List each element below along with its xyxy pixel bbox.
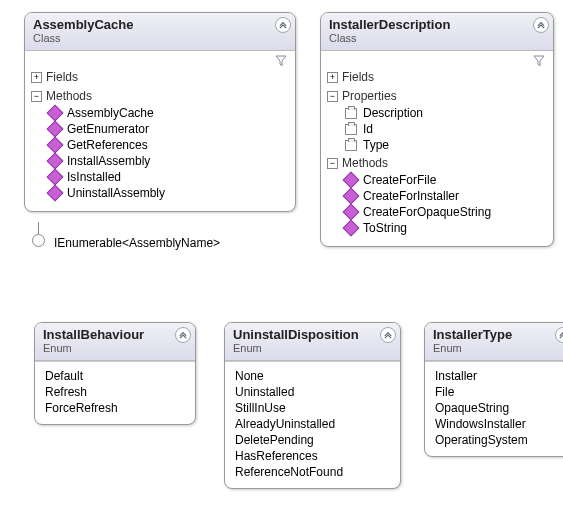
collapse-icon[interactable]: [275, 17, 291, 33]
method-item[interactable]: GetReferences: [49, 138, 289, 152]
class-title: AssemblyCache: [33, 17, 287, 32]
property-item[interactable]: Type: [345, 138, 547, 152]
member-name: CreateForOpaqueString: [363, 205, 491, 219]
class-assemblycache[interactable]: AssemblyCache Class + Fields − Methods: [24, 12, 296, 212]
member-name: GetEnumerator: [67, 122, 149, 136]
interface-lollipop: IEnumerable<AssemblyName>: [32, 222, 45, 247]
member-name: Id: [363, 122, 373, 136]
enum-value[interactable]: WindowsInstaller: [435, 416, 563, 432]
enum-value[interactable]: OpaqueString: [435, 400, 563, 416]
expand-icon: +: [327, 72, 338, 83]
member-name: AssemblyCache: [67, 106, 154, 120]
enum-value[interactable]: File: [435, 384, 563, 400]
interface-name: IEnumerable<AssemblyName>: [54, 236, 220, 250]
property-item[interactable]: Description: [345, 106, 547, 120]
class-header: InstallBehaviour Enum: [35, 323, 195, 361]
class-stereotype: Enum: [43, 342, 187, 354]
method-icon: [345, 206, 357, 218]
property-icon: [345, 107, 357, 119]
section-fields[interactable]: + Fields: [31, 69, 289, 85]
method-item[interactable]: AssemblyCache: [49, 106, 289, 120]
enum-uninstalldisposition[interactable]: UninstallDisposition Enum None Uninstall…: [224, 322, 401, 489]
method-item[interactable]: CreateForInstaller: [345, 189, 547, 203]
method-item[interactable]: ToString: [345, 221, 547, 235]
section-methods[interactable]: − Methods: [31, 88, 289, 104]
class-header: InstallerType Enum: [425, 323, 563, 361]
section-label: Properties: [342, 89, 397, 103]
class-stereotype: Class: [33, 32, 287, 44]
member-name: CreateForInstaller: [363, 189, 459, 203]
method-icon: [345, 190, 357, 202]
class-header: InstallerDescription Class: [321, 13, 553, 51]
section-methods[interactable]: − Methods: [327, 155, 547, 171]
member-name: GetReferences: [67, 138, 148, 152]
class-title: InstallerType: [433, 327, 563, 342]
enum-value[interactable]: Default: [45, 368, 185, 384]
method-icon: [345, 222, 357, 234]
section-fields[interactable]: + Fields: [327, 69, 547, 85]
enum-value[interactable]: Uninstalled: [235, 384, 390, 400]
lollipop-icon: [32, 234, 45, 247]
method-item[interactable]: UninstallAssembly: [49, 186, 289, 200]
method-icon: [345, 174, 357, 186]
method-icon: [49, 155, 61, 167]
method-icon: [49, 139, 61, 151]
property-item[interactable]: Id: [345, 122, 547, 136]
class-stereotype: Enum: [433, 342, 563, 354]
enum-value[interactable]: HasReferences: [235, 448, 390, 464]
collapse-icon[interactable]: [380, 327, 396, 343]
class-header: AssemblyCache Class: [25, 13, 295, 51]
filter-icon[interactable]: [533, 55, 545, 70]
method-item[interactable]: CreateForFile: [345, 173, 547, 187]
collapse-icon[interactable]: [175, 327, 191, 343]
method-icon: [49, 187, 61, 199]
section-label: Methods: [342, 156, 388, 170]
enum-value[interactable]: None: [235, 368, 390, 384]
collapse-icon: −: [327, 91, 338, 102]
method-icon: [49, 123, 61, 135]
collapse-icon: −: [31, 91, 42, 102]
property-icon: [345, 139, 357, 151]
section-label: Fields: [46, 70, 78, 84]
enum-value[interactable]: Refresh: [45, 384, 185, 400]
member-name: Description: [363, 106, 423, 120]
method-icon: [49, 107, 61, 119]
method-item[interactable]: IsInstalled: [49, 170, 289, 184]
method-item[interactable]: InstallAssembly: [49, 154, 289, 168]
method-item[interactable]: GetEnumerator: [49, 122, 289, 136]
collapse-icon[interactable]: [533, 17, 549, 33]
expand-icon: +: [31, 72, 42, 83]
section-properties[interactable]: − Properties: [327, 88, 547, 104]
class-stereotype: Enum: [233, 342, 392, 354]
class-installerdescription[interactable]: InstallerDescription Class + Fields − Pr…: [320, 12, 554, 247]
class-header: UninstallDisposition Enum: [225, 323, 400, 361]
section-label: Methods: [46, 89, 92, 103]
filter-icon[interactable]: [275, 55, 287, 70]
property-icon: [345, 123, 357, 135]
enum-value[interactable]: OperatingSystem: [435, 432, 563, 448]
enum-installertype[interactable]: InstallerType Enum Installer File Opaque…: [424, 322, 563, 457]
member-name: UninstallAssembly: [67, 186, 165, 200]
class-title: InstallBehaviour: [43, 327, 187, 342]
member-name: Type: [363, 138, 389, 152]
enum-value[interactable]: Installer: [435, 368, 563, 384]
enum-installbehaviour[interactable]: InstallBehaviour Enum Default Refresh Fo…: [34, 322, 196, 425]
enum-value[interactable]: DeletePending: [235, 432, 390, 448]
method-item[interactable]: CreateForOpaqueString: [345, 205, 547, 219]
enum-value[interactable]: ReferenceNotFound: [235, 464, 390, 480]
enum-value[interactable]: AlreadyUninstalled: [235, 416, 390, 432]
enum-value[interactable]: StillInUse: [235, 400, 390, 416]
collapse-icon: −: [327, 158, 338, 169]
section-label: Fields: [342, 70, 374, 84]
method-icon: [49, 171, 61, 183]
member-name: InstallAssembly: [67, 154, 150, 168]
class-stereotype: Class: [329, 32, 545, 44]
member-name: CreateForFile: [363, 173, 436, 187]
member-name: IsInstalled: [67, 170, 121, 184]
class-title: InstallerDescription: [329, 17, 545, 32]
member-name: ToString: [363, 221, 407, 235]
enum-value[interactable]: ForceRefresh: [45, 400, 185, 416]
class-title: UninstallDisposition: [233, 327, 392, 342]
